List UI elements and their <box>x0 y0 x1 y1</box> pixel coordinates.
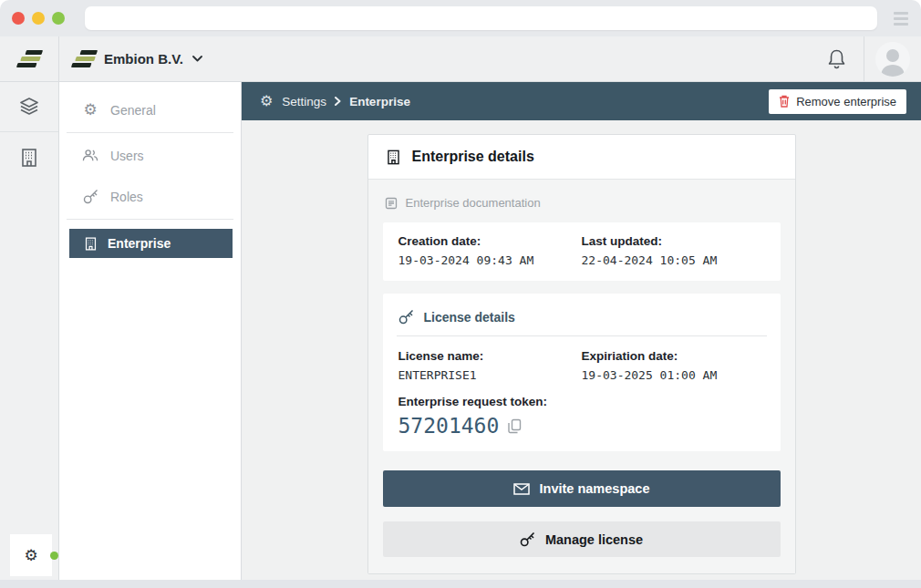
copy-icon <box>508 418 522 434</box>
key-icon <box>520 531 535 547</box>
chevron-down-icon <box>192 56 202 62</box>
request-token-label: Enterprise request token: <box>398 395 765 408</box>
sidebar-item-label: General <box>110 103 156 118</box>
sidebar-item-enterprise[interactable]: Enterprise <box>69 229 233 258</box>
building-icon <box>82 236 98 252</box>
embion-logo-icon <box>16 50 42 67</box>
sidebar-item-label: Users <box>110 149 144 163</box>
license-name-label: License name: <box>398 349 582 363</box>
invite-namespace-button[interactable]: Invite namespace <box>383 470 781 507</box>
breadcrumb: ⚙ Settings Enterprise Remove enterprise <box>242 82 921 120</box>
content-area: ⚙ Settings Enterprise Remove enterprise <box>242 82 921 580</box>
manage-license-button[interactable]: Manage license <box>383 521 781 557</box>
app-header: Embion B.V. <box>0 36 921 82</box>
breadcrumb-current-page: Enterprise <box>349 95 410 108</box>
license-details-title: License details <box>424 310 515 325</box>
minimize-window-button[interactable] <box>32 12 45 25</box>
key-icon <box>82 189 98 204</box>
layers-icon <box>18 96 40 118</box>
gear-icon: ⚙ <box>82 102 98 118</box>
avatar <box>875 42 910 77</box>
org-name: Embion B.V. <box>104 51 183 67</box>
close-window-button[interactable] <box>12 12 25 25</box>
key-icon <box>398 309 414 325</box>
building-icon <box>385 149 402 166</box>
browser-window: Embion B.V. <box>0 0 921 588</box>
browser-menu-icon[interactable] <box>894 12 908 26</box>
dates-panel: Creation date: 19-03-2024 09:43 AM Last … <box>383 222 781 281</box>
license-details-panel: License details License name: ENTERPRISE… <box>383 294 781 451</box>
trash-icon <box>779 95 790 108</box>
sidebar-item-label: Roles <box>110 190 143 204</box>
gear-icon: ⚙ <box>24 548 37 563</box>
document-icon <box>385 197 398 210</box>
sidebar-item-roles[interactable]: Roles <box>59 176 241 217</box>
request-token-value: 57201460 <box>398 414 500 438</box>
copy-token-button[interactable] <box>508 418 522 434</box>
embion-logo-icon <box>71 50 98 67</box>
window-controls <box>12 12 65 25</box>
nav-rail: ⚙ <box>0 82 59 580</box>
settings-sidebar: ⚙ General Users Roles <box>59 82 242 580</box>
bell-icon <box>827 48 846 69</box>
sidebar-item-label: Enterprise <box>108 236 171 251</box>
last-updated-label: Last updated: <box>582 234 765 248</box>
window-bottom-edge <box>0 580 921 588</box>
status-dot <box>50 552 58 560</box>
expiration-date-value: 19-03-2025 01:00 AM <box>582 368 765 382</box>
creation-date-label: Creation date: <box>398 234 582 248</box>
license-name-value: ENTERPRISE1 <box>398 368 582 382</box>
last-updated-value: 22-04-2024 10:05 AM <box>582 253 765 267</box>
remove-enterprise-button[interactable]: Remove enterprise <box>769 89 906 114</box>
nav-rail-item-enterprise[interactable] <box>0 132 58 182</box>
chevron-right-icon <box>335 97 341 106</box>
browser-titlebar <box>0 0 921 36</box>
org-switcher[interactable]: Embion B.V. <box>74 50 202 67</box>
building-icon <box>18 147 40 169</box>
enterprise-details-card: Enterprise details Enterprise documentat… <box>367 134 796 574</box>
enterprise-documentation-link[interactable]: Enterprise documentation <box>385 196 781 210</box>
sidebar-item-general[interactable]: ⚙ General <box>59 89 241 130</box>
app-logo <box>0 36 59 81</box>
breadcrumb-settings[interactable]: Settings <box>282 95 326 108</box>
maximize-window-button[interactable] <box>52 12 65 25</box>
settings-button[interactable]: ⚙ <box>10 534 52 576</box>
creation-date-value: 19-03-2024 09:43 AM <box>398 253 582 267</box>
gear-icon: ⚙ <box>260 94 273 108</box>
nav-rail-item-stack[interactable] <box>0 82 58 132</box>
users-icon <box>82 149 98 162</box>
user-menu[interactable] <box>864 42 921 77</box>
expiration-date-label: Expiriation date: <box>582 349 765 363</box>
card-title: Enterprise details <box>412 149 534 165</box>
url-bar[interactable] <box>85 6 877 30</box>
envelope-icon <box>513 483 530 495</box>
notifications-button[interactable] <box>809 48 864 69</box>
sidebar-item-users[interactable]: Users <box>59 135 241 176</box>
